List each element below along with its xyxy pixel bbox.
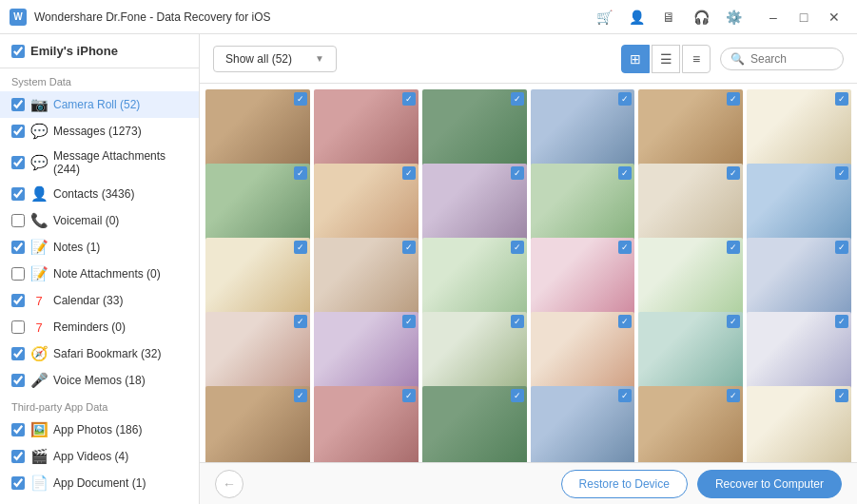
note-attachments-label: Note Attachments (0) xyxy=(53,267,187,281)
photo-check-img_0455: ✓ xyxy=(618,389,632,402)
voice-memos-label: Voice Memos (18) xyxy=(53,374,187,387)
monitor-icon[interactable]: 🖥 xyxy=(657,6,680,29)
photo-item-img_0456[interactable]: ✓IMG_0456.JPG xyxy=(638,386,743,462)
note-attachments-checkbox[interactable] xyxy=(11,267,25,281)
reminders-label: Reminders (0) xyxy=(53,320,187,334)
grid-view-button[interactable]: ⊞ xyxy=(621,45,650,73)
photo-check-img_0422: ✓ xyxy=(511,166,524,180)
photo-item-img_0455[interactable]: ✓IMG_0455.JPG xyxy=(531,386,635,462)
messages-icon: 💬 xyxy=(30,123,48,140)
cart-icon[interactable]: 🛒 xyxy=(593,6,615,29)
app-photos-icon: 🖼️ xyxy=(30,421,48,438)
message-attachments-checkbox[interactable] xyxy=(11,156,25,169)
detail-view-button[interactable]: ≡ xyxy=(682,45,711,73)
app-title: Wondershare Dr.Fone - Data Recovery for … xyxy=(34,10,585,24)
calendar-label: Calendar (33) xyxy=(53,294,187,307)
device-checkbox[interactable] xyxy=(11,45,25,58)
photo-item-img_0457[interactable]: ✓IMG_0457.JPG xyxy=(747,386,851,462)
reminders-checkbox[interactable] xyxy=(11,320,25,334)
photo-check-img_0433: ✓ xyxy=(727,315,740,328)
photo-check-img_0416: ✓ xyxy=(727,92,740,106)
sidebar-item-app-videos[interactable]: 🎬 App Videos (4) xyxy=(0,443,199,470)
photo-check-img_0417: ✓ xyxy=(835,92,848,106)
app-document-checkbox[interactable] xyxy=(11,476,25,490)
sidebar-item-messages[interactable]: 💬 Messages (1273) xyxy=(0,118,199,145)
notes-icon: 📝 xyxy=(30,239,48,256)
sidebar-item-notes[interactable]: 📝 Notes (1) xyxy=(0,234,199,261)
voice-memos-checkbox[interactable] xyxy=(11,374,25,387)
voicemail-icon: 📞 xyxy=(30,212,48,229)
photo-check-img_0451: ✓ xyxy=(835,315,848,328)
view-toggle: ⊞ ☰ ≡ xyxy=(621,45,711,73)
photo-check-img_0432: ✓ xyxy=(618,315,632,328)
notes-checkbox[interactable] xyxy=(11,241,25,254)
title-bar-icons: 🛒 👤 🖥 🎧 ⚙️ xyxy=(593,6,745,29)
device-name: Emily's iPhone xyxy=(30,44,118,58)
calendar-checkbox[interactable] xyxy=(11,294,25,307)
contacts-checkbox[interactable] xyxy=(11,187,25,201)
system-data-label: System Data xyxy=(0,68,199,91)
sidebar-item-note-attachments[interactable]: 📝 Note Attachments (0) xyxy=(0,261,199,287)
photo-check-img_0429: ✓ xyxy=(618,241,632,254)
sidebar-item-app-photos[interactable]: 🖼️ App Photos (186) xyxy=(0,417,199,443)
messages-label: Messages (1273) xyxy=(53,125,187,138)
main-content: Emily's iPhone System Data 📷 Camera Roll… xyxy=(0,34,857,504)
sidebar-item-reminders[interactable]: 7 Reminders (0) xyxy=(0,314,199,340)
photo-check-img_0425: ✓ xyxy=(835,166,848,180)
list-view-button[interactable]: ☰ xyxy=(652,45,680,73)
voicemail-label: Voicemail (0) xyxy=(53,214,187,227)
top-bar: Show all (52) ▼ ⊞ ☰ ≡ 🔍 xyxy=(200,34,857,84)
minimize-button[interactable]: – xyxy=(760,6,787,29)
close-button[interactable]: ✕ xyxy=(821,6,847,29)
sidebar-item-voicemail[interactable]: 📞 Voicemail (0) xyxy=(0,207,199,234)
sidebar-item-voice-memos[interactable]: 🎤 Voice Memos (18) xyxy=(0,367,199,394)
photo-item-img_0453[interactable]: ✓IMG_0453.JPG xyxy=(314,386,419,462)
maximize-button[interactable]: □ xyxy=(790,6,817,29)
app-photos-checkbox[interactable] xyxy=(11,423,25,436)
photo-check-img_0415: ✓ xyxy=(618,92,632,106)
sidebar-item-safari-bookmark[interactable]: 🧭 Safari Bookmark (32) xyxy=(0,340,199,367)
photo-check-img_0453: ✓ xyxy=(402,389,416,402)
sidebar-item-calendar[interactable]: 7 Calendar (33) xyxy=(0,287,199,314)
sidebar-item-app-document[interactable]: 📄 App Document (1) xyxy=(0,470,199,496)
sidebar-item-message-attachments[interactable]: 💬 Message Attachments (244) xyxy=(0,145,199,181)
headset-icon[interactable]: 🎧 xyxy=(690,6,712,29)
app-videos-checkbox[interactable] xyxy=(11,450,25,463)
app-videos-label: App Videos (4) xyxy=(53,450,187,463)
photo-check-img_0454: ✓ xyxy=(511,389,524,402)
window-controls: – □ ✕ xyxy=(760,6,847,29)
voicemail-checkbox[interactable] xyxy=(11,214,25,227)
camera-roll-checkbox[interactable] xyxy=(11,98,25,111)
sidebar: Emily's iPhone System Data 📷 Camera Roll… xyxy=(0,34,200,504)
app-document-icon: 📄 xyxy=(30,475,48,492)
contacts-icon: 👤 xyxy=(30,185,48,203)
safari-bookmark-icon: 🧭 xyxy=(30,345,48,362)
device-header: Emily's iPhone xyxy=(0,34,199,68)
photo-item-img_0452[interactable]: ✓IMG_0452.JPG xyxy=(205,386,310,462)
photo-check-img_0411: ✓ xyxy=(294,92,307,106)
user-icon[interactable]: 👤 xyxy=(625,6,648,29)
messages-checkbox[interactable] xyxy=(11,125,25,138)
photo-check-img_0419: ✓ xyxy=(511,315,524,328)
photo-check-img_0412: ✓ xyxy=(402,92,416,106)
safari-bookmark-label: Safari Bookmark (32) xyxy=(53,347,187,360)
restore-to-device-button[interactable]: Restore to Device xyxy=(561,470,688,498)
sidebar-item-contacts[interactable]: 👤 Contacts (3436) xyxy=(0,181,199,207)
recover-to-computer-button[interactable]: Recover to Computer xyxy=(697,470,842,498)
dropdown-arrow-icon: ▼ xyxy=(315,53,324,64)
filter-dropdown[interactable]: Show all (52) ▼ xyxy=(213,46,337,72)
safari-bookmark-checkbox[interactable] xyxy=(11,347,25,360)
back-button[interactable]: ← xyxy=(215,470,243,498)
sidebar-item-camera-roll[interactable]: 📷 Camera Roll (52) xyxy=(0,91,199,118)
photo-check-img_0430: ✓ xyxy=(727,241,740,254)
photo-check-img_0435: ✓ xyxy=(835,241,848,254)
title-bar: W Wondershare Dr.Fone - Data Recovery fo… xyxy=(0,0,857,34)
photo-check-img_0421: ✓ xyxy=(402,166,416,180)
settings-icon[interactable]: ⚙️ xyxy=(722,6,745,29)
photo-item-img_0454[interactable]: ✓IMG_0454.JPG xyxy=(422,386,527,462)
search-input[interactable] xyxy=(750,52,833,66)
photo-check-img_0424: ✓ xyxy=(727,166,740,180)
photo-check-img_0426: ✓ xyxy=(294,241,307,254)
note-attachments-icon: 📝 xyxy=(30,265,48,282)
camera-roll-label: Camera Roll (52) xyxy=(53,98,187,111)
